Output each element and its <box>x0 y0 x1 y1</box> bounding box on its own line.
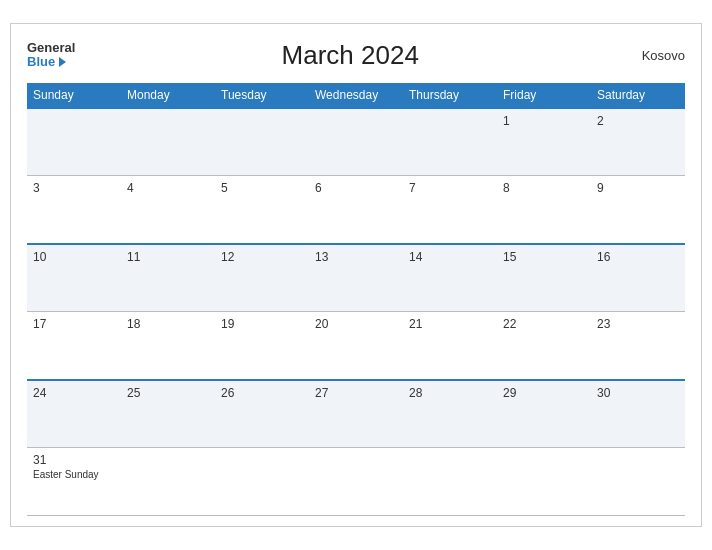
day-number: 18 <box>127 317 209 331</box>
day-number: 13 <box>315 250 397 264</box>
day-number: 31 <box>33 453 115 467</box>
calendar-cell: 7 <box>403 176 497 244</box>
weekday-header-row: SundayMondayTuesdayWednesdayThursdayFrid… <box>27 83 685 108</box>
day-number: 27 <box>315 386 397 400</box>
logo-triangle-icon <box>59 57 66 67</box>
weekday-header-wednesday: Wednesday <box>309 83 403 108</box>
calendar-week-row: 12 <box>27 108 685 176</box>
day-number: 14 <box>409 250 491 264</box>
calendar-cell: 9 <box>591 176 685 244</box>
weekday-header-sunday: Sunday <box>27 83 121 108</box>
day-number: 8 <box>503 181 585 195</box>
calendar-title: March 2024 <box>75 40 625 71</box>
logo-blue-text: Blue <box>27 55 75 69</box>
day-number: 16 <box>597 250 679 264</box>
weekday-header-monday: Monday <box>121 83 215 108</box>
calendar-week-row: 3456789 <box>27 176 685 244</box>
day-number: 22 <box>503 317 585 331</box>
calendar-cell: 14 <box>403 244 497 312</box>
calendar-cell <box>309 108 403 176</box>
day-number: 21 <box>409 317 491 331</box>
calendar-cell: 1 <box>497 108 591 176</box>
calendar-week-row: 31Easter Sunday <box>27 448 685 516</box>
calendar-cell: 12 <box>215 244 309 312</box>
calendar-cell: 16 <box>591 244 685 312</box>
day-number: 12 <box>221 250 303 264</box>
calendar-cell: 2 <box>591 108 685 176</box>
day-number: 6 <box>315 181 397 195</box>
day-number: 20 <box>315 317 397 331</box>
calendar-cell: 17 <box>27 312 121 380</box>
calendar-cell: 11 <box>121 244 215 312</box>
day-number: 5 <box>221 181 303 195</box>
day-number: 25 <box>127 386 209 400</box>
calendar-cell: 23 <box>591 312 685 380</box>
calendar-week-row: 17181920212223 <box>27 312 685 380</box>
weekday-header-tuesday: Tuesday <box>215 83 309 108</box>
day-number: 29 <box>503 386 585 400</box>
calendar-cell: 6 <box>309 176 403 244</box>
day-number: 10 <box>33 250 115 264</box>
calendar-cell: 26 <box>215 380 309 448</box>
calendar-cell <box>121 108 215 176</box>
day-number: 28 <box>409 386 491 400</box>
calendar-cell: 30 <box>591 380 685 448</box>
calendar-week-row: 24252627282930 <box>27 380 685 448</box>
logo: General Blue <box>27 41 75 70</box>
weekday-header-saturday: Saturday <box>591 83 685 108</box>
calendar-cell: 21 <box>403 312 497 380</box>
calendar-header: General Blue March 2024 Kosovo <box>27 40 685 71</box>
day-number: 7 <box>409 181 491 195</box>
calendar-cell <box>591 448 685 516</box>
calendar-cell: 8 <box>497 176 591 244</box>
calendar-cell: 29 <box>497 380 591 448</box>
calendar-cell <box>121 448 215 516</box>
day-number: 24 <box>33 386 115 400</box>
day-number: 4 <box>127 181 209 195</box>
day-number: 26 <box>221 386 303 400</box>
calendar-cell <box>403 448 497 516</box>
calendar-cell <box>309 448 403 516</box>
day-number: 2 <box>597 114 679 128</box>
day-number: 23 <box>597 317 679 331</box>
day-number: 11 <box>127 250 209 264</box>
day-number: 15 <box>503 250 585 264</box>
calendar-cell: 4 <box>121 176 215 244</box>
calendar-cell: 25 <box>121 380 215 448</box>
day-number: 30 <box>597 386 679 400</box>
calendar-cell <box>215 448 309 516</box>
calendar-cell: 31Easter Sunday <box>27 448 121 516</box>
calendar-cell: 3 <box>27 176 121 244</box>
calendar-cell <box>403 108 497 176</box>
day-number: 3 <box>33 181 115 195</box>
day-number: 17 <box>33 317 115 331</box>
calendar-cell: 10 <box>27 244 121 312</box>
day-number: 1 <box>503 114 585 128</box>
weekday-header-friday: Friday <box>497 83 591 108</box>
calendar-cell: 22 <box>497 312 591 380</box>
calendar-cell <box>215 108 309 176</box>
weekday-header-thursday: Thursday <box>403 83 497 108</box>
day-number: 9 <box>597 181 679 195</box>
calendar-table: SundayMondayTuesdayWednesdayThursdayFrid… <box>27 83 685 517</box>
day-event: Easter Sunday <box>33 469 115 480</box>
calendar-cell: 20 <box>309 312 403 380</box>
calendar-cell: 15 <box>497 244 591 312</box>
calendar-cell <box>27 108 121 176</box>
calendar-week-row: 10111213141516 <box>27 244 685 312</box>
calendar-container: General Blue March 2024 Kosovo SundayMon… <box>10 23 702 528</box>
calendar-cell: 13 <box>309 244 403 312</box>
calendar-cell: 18 <box>121 312 215 380</box>
calendar-cell: 27 <box>309 380 403 448</box>
calendar-cell: 5 <box>215 176 309 244</box>
calendar-cell: 28 <box>403 380 497 448</box>
calendar-cell: 24 <box>27 380 121 448</box>
logo-general-text: General <box>27 41 75 55</box>
calendar-cell: 19 <box>215 312 309 380</box>
day-number: 19 <box>221 317 303 331</box>
calendar-cell <box>497 448 591 516</box>
calendar-country: Kosovo <box>625 48 685 63</box>
